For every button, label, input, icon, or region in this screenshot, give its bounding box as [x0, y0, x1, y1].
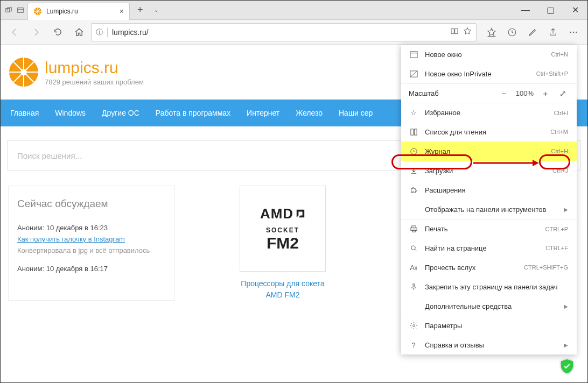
nav-services[interactable]: Наши сер — [339, 109, 373, 117]
zoom-in-button[interactable]: + — [540, 89, 551, 98]
menu-extensions[interactable]: Расширения — [401, 180, 577, 200]
star-icon: ☆ — [409, 108, 418, 118]
url-field[interactable]: ⓘ lumpics.ru/ — [91, 23, 477, 41]
window-controls: — ▢ ✕ — [513, 1, 587, 20]
search-icon — [409, 243, 418, 253]
svg-rect-26 — [414, 129, 417, 134]
more-button[interactable] — [564, 23, 583, 42]
close-window-button[interactable]: ✕ — [563, 1, 587, 20]
zoom-value: 100% — [516, 89, 534, 97]
menu-reading-list[interactable]: Список для чтения Ctrl+M — [401, 122, 577, 141]
svg-point-11 — [570, 31, 571, 32]
history-icon — [409, 146, 418, 156]
menu-downloads[interactable]: Загрузки Ctrl+J — [401, 161, 577, 180]
menu-history[interactable]: Журнал Ctrl+H — [401, 141, 577, 161]
menu-new-window[interactable]: Новое окно Ctrl+N — [401, 45, 577, 64]
chevron-right-icon: ▶ — [564, 342, 568, 348]
help-icon: ? — [409, 340, 418, 350]
settings-menu: Новое окно Ctrl+N Новое окно InPrivate C… — [401, 45, 577, 354]
tab-close-button[interactable]: × — [120, 7, 124, 16]
tab-actions-icon[interactable] — [4, 5, 13, 15]
reading-list-icon — [409, 127, 418, 137]
tab-favicon-icon — [33, 7, 42, 16]
window-icon — [409, 49, 418, 59]
address-bar: ⓘ lumpics.ru/ — [1, 20, 587, 45]
site-title: lumpics.ru — [45, 59, 144, 77]
tab-dropdown-icon[interactable]: ⌄ — [151, 7, 162, 13]
url-text: lumpics.ru/ — [112, 28, 446, 37]
discuss-item: Аноним: 10 декабря в 16:23 Как получить … — [17, 223, 166, 256]
site-logo-icon[interactable] — [8, 56, 39, 88]
menu-help[interactable]: ? Справка и отзывы ▶ — [401, 335, 577, 354]
favorite-star-icon[interactable] — [463, 27, 472, 38]
nav-hardware[interactable]: Железо — [296, 109, 323, 117]
svg-point-13 — [576, 31, 577, 32]
extensions-icon — [409, 185, 418, 195]
history-button[interactable] — [502, 23, 522, 42]
nav-home[interactable]: Главная — [10, 109, 39, 117]
product-card[interactable]: AMD SOCKET FM2 Процессоры для сокета AMD… — [240, 186, 326, 301]
discuss-title: Сейчас обсуждаем — [17, 198, 166, 210]
tab-label: Lumpics.ru — [46, 8, 115, 15]
security-shield-icon[interactable] — [558, 358, 576, 375]
fullscreen-icon[interactable]: ⤢ — [557, 89, 568, 98]
menu-favorites[interactable]: ☆ Избранное Ctrl+I — [401, 103, 577, 122]
svg-rect-28 — [411, 226, 416, 228]
forward-button[interactable] — [26, 23, 46, 42]
svg-point-12 — [573, 31, 574, 32]
chevron-right-icon: ▶ — [564, 207, 568, 212]
nav-windows[interactable]: Windows — [55, 109, 86, 117]
gear-icon — [409, 321, 418, 331]
page-content: lumpics.ru 7829 решений ваших проблем Гл… — [1, 45, 587, 382]
menu-read-aloud[interactable]: A)) Прочесть вслух CTRL+SHIFT+G — [401, 258, 577, 277]
nav-programs[interactable]: Работа в программах — [156, 109, 230, 117]
menu-inprivate[interactable]: Новое окно InPrivate Ctrl+Shift+P — [401, 64, 577, 83]
svg-point-33 — [412, 325, 415, 327]
inprivate-icon — [409, 69, 418, 79]
print-icon — [409, 224, 418, 234]
read-aloud-icon: A)) — [409, 263, 418, 272]
back-button[interactable] — [5, 23, 24, 42]
discuss-item: Аноним: 10 декабря в 16:17 — [17, 264, 166, 275]
menu-print[interactable]: Печать CTRL+P — [401, 219, 577, 238]
menu-settings[interactable]: Параметры — [401, 316, 577, 335]
notes-button[interactable] — [523, 23, 542, 42]
svg-line-24 — [410, 70, 417, 76]
home-button[interactable] — [69, 23, 89, 42]
product-image: AMD SOCKET FM2 — [240, 186, 326, 272]
menu-more-tools[interactable]: Дополнительные средства ▶ — [401, 296, 577, 316]
svg-rect-25 — [410, 129, 413, 134]
maximize-button[interactable]: ▢ — [538, 1, 563, 20]
minimize-button[interactable]: — — [513, 1, 538, 20]
svg-rect-21 — [410, 51, 417, 57]
discuss-card: Сейчас обсуждаем Аноним: 10 декабря в 16… — [8, 186, 175, 301]
download-icon — [409, 166, 418, 175]
menu-pin[interactable]: Закрепить эту страницу на панели задач — [401, 277, 577, 296]
discuss-link[interactable]: Как получить галочку в Instagram — [17, 235, 125, 243]
new-tab-button[interactable]: + — [132, 4, 149, 16]
svg-point-20 — [20, 69, 27, 75]
favorites-hub-button[interactable] — [482, 23, 501, 42]
site-subtitle: 7829 решений ваших проблем — [45, 78, 144, 86]
pin-icon — [409, 282, 418, 292]
svg-rect-2 — [18, 8, 24, 12]
titlebar: Lumpics.ru × + ⌄ — ▢ ✕ — [1, 1, 587, 20]
chevron-right-icon: ▶ — [564, 303, 568, 309]
site-info-icon[interactable]: ⓘ — [96, 27, 103, 37]
reading-view-icon[interactable] — [450, 27, 459, 38]
svg-line-32 — [415, 249, 417, 251]
share-button[interactable] — [543, 23, 563, 42]
nav-internet[interactable]: Интернет — [247, 109, 279, 117]
nav-other-os[interactable]: Другие ОС — [102, 109, 139, 117]
refresh-button[interactable] — [48, 23, 67, 42]
menu-show-toolbar[interactable]: Отображать на панели инструментов ▶ — [401, 200, 577, 219]
menu-find[interactable]: Найти на странице CTRL+F — [401, 238, 577, 258]
menu-zoom: Масштаб − 100% + ⤢ — [401, 83, 577, 103]
browser-tab[interactable]: Lumpics.ru × — [27, 3, 130, 20]
tab-preview-icon[interactable] — [16, 5, 25, 15]
zoom-out-button[interactable]: − — [499, 89, 509, 98]
svg-point-31 — [411, 245, 415, 250]
